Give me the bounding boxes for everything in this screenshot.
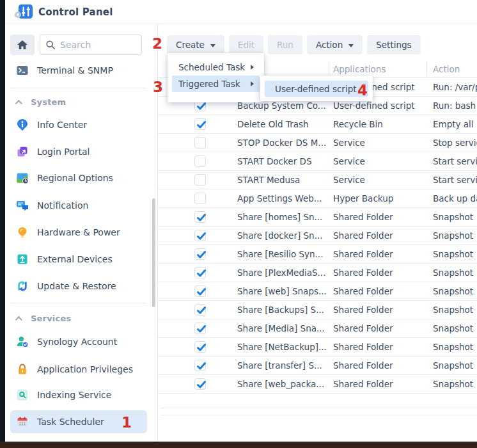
checkmark-icon bbox=[196, 286, 207, 298]
table-row[interactable]: Share [PlexMediaS... Shared Folder Snaps… bbox=[158, 264, 477, 282]
info-center-icon bbox=[16, 118, 29, 131]
table-row[interactable]: App Settings Web... Hyper Backup Back up… bbox=[158, 189, 477, 208]
application-cell: Service bbox=[333, 152, 426, 171]
row-checkbox[interactable] bbox=[194, 193, 206, 204]
sidebar-item-hardware-power[interactable]: Hardware & Power bbox=[10, 221, 147, 244]
action-button[interactable]: Action bbox=[307, 35, 363, 54]
sidebar-section-services[interactable]: Services bbox=[17, 310, 147, 326]
table-end-line bbox=[160, 408, 477, 408]
sidebar-section-system[interactable]: System bbox=[17, 94, 147, 109]
task-name-cell: Share [Resilio Syn... bbox=[237, 245, 331, 264]
row-checkbox[interactable] bbox=[194, 156, 206, 167]
action-cell: Snapshot bbox=[433, 264, 477, 282]
task-name-cell: START Medusa bbox=[237, 171, 331, 189]
checkmark-icon bbox=[196, 342, 207, 353]
task-name-cell: Share [web_packa... bbox=[237, 375, 331, 394]
menu-item-triggered-task[interactable]: Triggered Task bbox=[172, 76, 260, 92]
action-cell: Stop servic bbox=[433, 134, 477, 152]
row-checkbox[interactable] bbox=[194, 267, 206, 278]
search-box[interactable] bbox=[40, 35, 142, 55]
task-name-cell: Share [Backups] S... bbox=[237, 301, 331, 319]
external-devices-icon bbox=[16, 253, 29, 266]
task-name-cell: Share [homes] Sn... bbox=[237, 208, 331, 227]
row-checkbox[interactable] bbox=[194, 304, 206, 316]
checkmark-icon bbox=[196, 119, 207, 131]
menu-item-user-defined-script[interactable]: User-defined script bbox=[265, 81, 368, 97]
submenu-arrow-icon bbox=[251, 65, 254, 70]
application-cell: Shared Folder bbox=[333, 208, 426, 227]
action-cell: Snapshot bbox=[433, 301, 477, 319]
sidebar-scrollbar[interactable] bbox=[152, 198, 155, 307]
row-checkbox[interactable] bbox=[194, 323, 206, 334]
task-scheduler-icon bbox=[16, 415, 29, 428]
table-row[interactable]: Share [docker] Sn... Shared Folder Snaps… bbox=[158, 227, 477, 245]
table-row[interactable]: Share [web_packa... Shared Folder Snapsh… bbox=[158, 375, 477, 394]
row-checkbox[interactable] bbox=[194, 360, 206, 371]
table-row[interactable]: Share [NetBackup]... Shared Folder Snaps… bbox=[158, 338, 477, 356]
task-name-cell: App Settings Web... bbox=[237, 189, 331, 208]
home-icon bbox=[17, 40, 28, 50]
task-name-cell: Share [PlexMediaS... bbox=[237, 264, 331, 282]
row-checkbox[interactable] bbox=[194, 378, 206, 390]
application-cell: Shared Folder bbox=[333, 227, 426, 245]
sidebar-item-application-privileges[interactable]: Application Privileges bbox=[10, 358, 147, 381]
run-button[interactable]: Run bbox=[268, 35, 302, 54]
task-name-cell: Share [web] Snaps... bbox=[237, 282, 331, 301]
page-title: Control Panel bbox=[38, 6, 113, 18]
notification-icon bbox=[16, 199, 29, 212]
indexing-service-icon bbox=[16, 388, 29, 401]
row-checkbox[interactable] bbox=[194, 174, 206, 186]
application-cell: Shared Folder bbox=[333, 282, 426, 301]
application-cell: Service bbox=[333, 134, 426, 152]
task-name-cell: Share [docker] Sn... bbox=[237, 227, 331, 245]
sidebar-item-external-devices[interactable]: External Devices bbox=[10, 248, 147, 271]
checkmark-icon bbox=[196, 212, 207, 223]
table-row[interactable]: START Medusa Service Start servic bbox=[158, 171, 477, 189]
control-panel-icon bbox=[14, 4, 33, 20]
menu-item-scheduled-task[interactable]: Scheduled Task bbox=[172, 59, 260, 76]
table-row[interactable]: Share [Resilio Syn... Shared Folder Snap… bbox=[158, 245, 477, 264]
table-row[interactable]: Share [Media] Sna... Shared Folder Snaps… bbox=[158, 319, 477, 338]
edit-button[interactable]: Edit bbox=[229, 35, 263, 54]
sidebar-item-notification[interactable]: Notification bbox=[10, 194, 147, 217]
settings-button[interactable]: Settings bbox=[367, 35, 420, 54]
table-row[interactable]: STOP Docker DS M... Service Stop servic bbox=[158, 134, 477, 152]
sidebar-item-update-restore[interactable]: Update & Restore bbox=[10, 275, 147, 298]
titlebar: Control Panel bbox=[5, 0, 477, 24]
sidebar-item-synology-account[interactable]: Synology Account bbox=[10, 330, 147, 353]
chevron-up-icon bbox=[15, 100, 22, 107]
row-checkbox[interactable] bbox=[194, 230, 206, 241]
table-row[interactable]: Share [web] Snaps... Shared Folder Snaps… bbox=[158, 282, 477, 301]
search-input[interactable] bbox=[60, 40, 124, 50]
action-cell: Start servic bbox=[433, 171, 477, 189]
home-button[interactable] bbox=[10, 35, 35, 55]
row-checkbox[interactable] bbox=[194, 137, 206, 148]
application-cell: Shared Folder bbox=[333, 319, 426, 338]
terminal-icon bbox=[16, 64, 29, 77]
row-checkbox[interactable] bbox=[194, 285, 206, 297]
sidebar-item-info-center[interactable]: Info Center bbox=[10, 113, 147, 136]
toolbar: Create Edit Run Action Settings bbox=[167, 35, 421, 54]
annotation-step-3: 3 bbox=[153, 80, 163, 95]
table-row[interactable]: START Docker DS Service Start servic bbox=[158, 152, 477, 171]
row-checkbox[interactable] bbox=[194, 211, 206, 223]
column-header-action[interactable]: Action bbox=[433, 60, 460, 78]
action-cell: Run: /var/p bbox=[433, 78, 477, 97]
application-cell: Recycle Bin bbox=[333, 115, 426, 134]
sidebar-item-indexing-service[interactable]: Indexing Service bbox=[10, 383, 147, 406]
table-row[interactable]: Share [Backups] S... Shared Folder Snaps… bbox=[158, 301, 477, 319]
sidebar-item-login-portal[interactable]: Login Portal bbox=[10, 140, 147, 163]
action-cell: Snapshot bbox=[433, 282, 477, 301]
action-cell: Snapshot bbox=[433, 208, 477, 227]
row-checkbox[interactable] bbox=[194, 248, 206, 260]
checkmark-icon bbox=[196, 379, 207, 390]
row-checkbox[interactable] bbox=[194, 118, 206, 130]
table-row[interactable]: Share [homes] Sn... Shared Folder Snapsh… bbox=[158, 208, 477, 227]
sidebar-item-regional-options[interactable]: Regional Options bbox=[10, 166, 147, 189]
table-row[interactable]: Share [transfer] S... Shared Folder Snap… bbox=[158, 356, 477, 375]
action-cell: Snapshot bbox=[433, 356, 477, 375]
create-button[interactable]: Create bbox=[167, 35, 224, 54]
sidebar-item-terminal-snmp[interactable]: Terminal & SNMP bbox=[10, 59, 147, 82]
row-checkbox[interactable] bbox=[194, 341, 206, 353]
table-row[interactable]: Delete Old Trash Recycle Bin Empty all R bbox=[158, 115, 477, 134]
